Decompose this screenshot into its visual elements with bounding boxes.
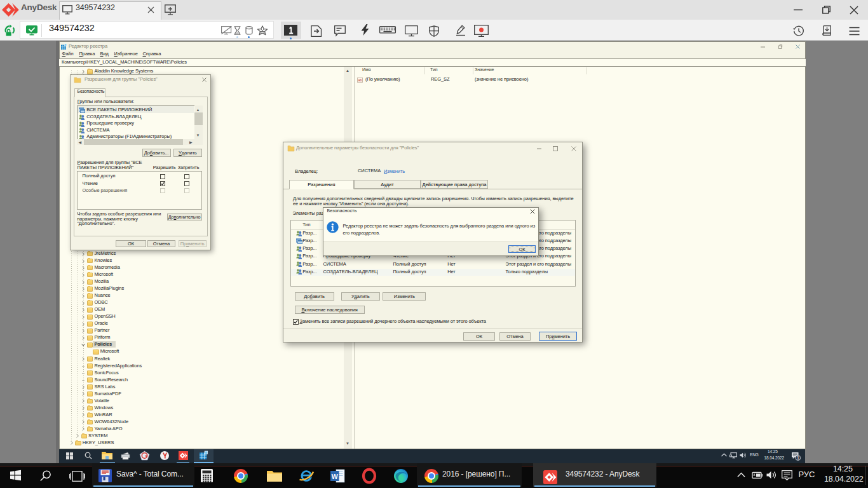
svg-text:W: W (332, 473, 338, 480)
svg-text:1: 1 (796, 456, 799, 460)
